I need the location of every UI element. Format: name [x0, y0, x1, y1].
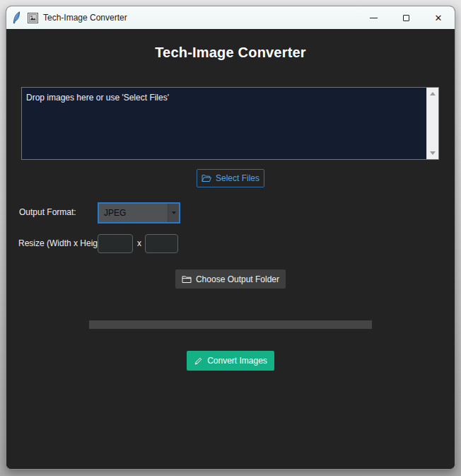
dropdown-arrow-icon — [172, 211, 176, 214]
tk-feather-icon — [11, 11, 23, 25]
choose-output-folder-label: Choose Output Folder — [196, 274, 279, 284]
output-format-value: JPEG — [99, 204, 168, 222]
window-title: Tech-Image Converter — [43, 13, 127, 23]
conversion-progressbar — [89, 320, 372, 329]
combobox-dropdown-button[interactable] — [168, 204, 179, 222]
file-drop-listbox[interactable]: Drop images here or use 'Select Files' — [21, 87, 439, 160]
maximize-icon — [403, 15, 409, 21]
listbox-scrollbar[interactable] — [426, 88, 438, 159]
app-window: Tech-Image Converter ✕ Tech-Image Conver… — [6, 6, 455, 470]
scroll-up-button[interactable] — [427, 88, 438, 100]
output-format-label: Output Format: — [19, 207, 76, 217]
minimize-button[interactable] — [357, 6, 390, 29]
convert-images-button[interactable]: Convert Images — [187, 351, 274, 371]
resize-label: Resize (Width x Heig — [18, 238, 98, 248]
drop-zone-placeholder[interactable]: Drop images here or use 'Select Files' — [22, 88, 426, 159]
main-content: Tech-Image Converter Drop images here or… — [6, 29, 455, 469]
select-files-label: Select Files — [216, 173, 259, 183]
page-title: Tech-Image Converter — [6, 45, 455, 61]
app-icon — [28, 13, 38, 23]
resize-separator: x — [134, 238, 144, 248]
output-format-combobox[interactable]: JPEG — [98, 202, 180, 224]
scroll-down-button[interactable] — [427, 147, 438, 159]
minimize-icon — [370, 18, 378, 18]
close-button[interactable]: ✕ — [422, 6, 455, 29]
close-icon: ✕ — [435, 13, 443, 23]
resize-width-input[interactable] — [98, 234, 133, 253]
chevron-down-icon — [430, 151, 436, 155]
select-files-button[interactable]: Select Files — [197, 169, 264, 187]
resize-height-input[interactable] — [145, 234, 178, 253]
convert-images-label: Convert Images — [207, 356, 267, 366]
choose-output-folder-button[interactable]: Choose Output Folder — [175, 269, 286, 289]
chevron-up-icon — [430, 92, 436, 95]
title-bar[interactable]: Tech-Image Converter ✕ — [6, 6, 455, 29]
open-folder-icon — [202, 174, 211, 182]
maximize-button[interactable] — [390, 6, 422, 29]
caption-controls: ✕ — [357, 6, 455, 29]
folder-icon — [182, 275, 192, 284]
pen-icon — [194, 356, 203, 366]
